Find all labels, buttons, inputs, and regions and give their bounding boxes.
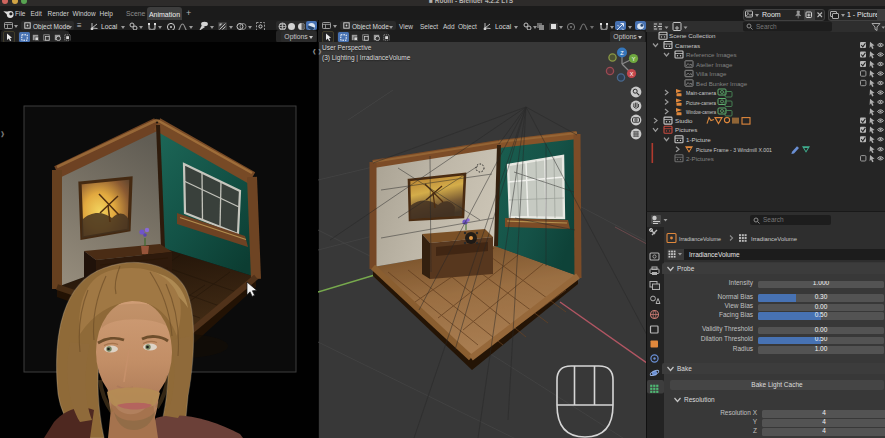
svg-text:Window-camera: Window-camera — [686, 108, 716, 115]
svg-text:Y: Y — [632, 56, 636, 62]
svg-text:Studio: Studio — [675, 117, 693, 124]
svg-text:Pictures: Pictures — [675, 126, 697, 133]
svg-text:2-Pictures: 2-Pictures — [686, 155, 714, 162]
svg-text:Picture-camera: Picture-camera — [686, 99, 716, 106]
svg-text:Bed Bunker Image: Bed Bunker Image — [696, 80, 748, 87]
svg-text:1-Picture: 1-Picture — [686, 136, 711, 143]
svg-text:Reference Images: Reference Images — [686, 51, 737, 58]
svg-text:Search: Search — [756, 23, 777, 30]
svg-text:Atelier Image: Atelier Image — [696, 61, 733, 68]
svg-text:Cameras: Cameras — [675, 42, 700, 49]
svg-text:X: X — [630, 71, 634, 77]
svg-text:Scene Collection: Scene Collection — [669, 32, 716, 39]
svg-text:Villa Image: Villa Image — [696, 70, 727, 77]
svg-text:Picture Frame - 3 Windmill X.0: Picture Frame - 3 Windmill X.001 — [696, 146, 772, 153]
svg-text:IrradianceVolume: IrradianceVolume — [679, 235, 721, 242]
svg-text:IrradianceVolume: IrradianceVolume — [751, 235, 798, 242]
svg-text:Main-camera: Main-camera — [686, 89, 716, 96]
